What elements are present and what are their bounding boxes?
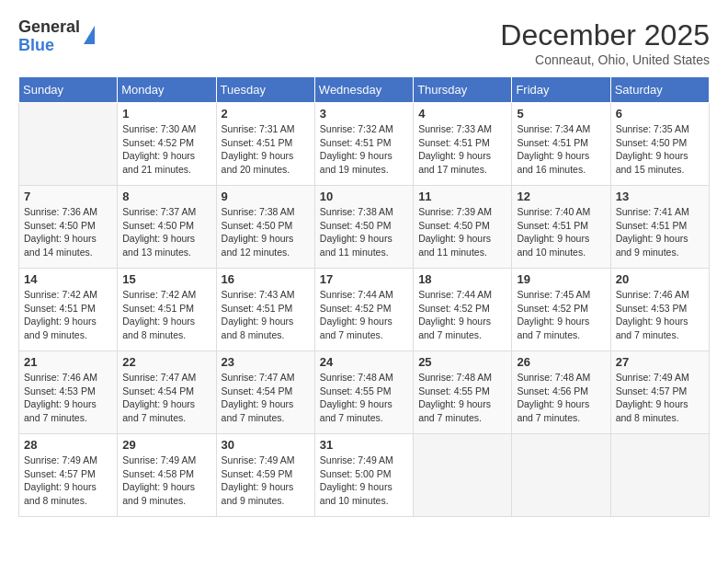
day-info: Sunrise: 7:49 AM Sunset: 4:59 PM Dayligh… xyxy=(222,454,310,508)
calendar-cell: 23Sunrise: 7:47 AM Sunset: 4:54 PM Dayli… xyxy=(216,351,314,434)
day-info: Sunrise: 7:40 AM Sunset: 4:51 PM Dayligh… xyxy=(517,205,605,259)
day-number: 2 xyxy=(222,107,310,121)
day-info: Sunrise: 7:47 AM Sunset: 4:54 PM Dayligh… xyxy=(222,371,310,425)
calendar-cell: 29Sunrise: 7:49 AM Sunset: 4:58 PM Dayli… xyxy=(118,434,216,517)
day-number: 17 xyxy=(320,272,408,286)
calendar-body: 1Sunrise: 7:30 AM Sunset: 4:52 PM Daylig… xyxy=(19,103,710,517)
calendar-cell: 31Sunrise: 7:49 AM Sunset: 5:00 PM Dayli… xyxy=(314,434,413,517)
calendar-cell: 13Sunrise: 7:41 AM Sunset: 4:51 PM Dayli… xyxy=(610,186,709,269)
calendar-cell: 28Sunrise: 7:49 AM Sunset: 4:57 PM Dayli… xyxy=(19,434,118,517)
calendar-cell: 19Sunrise: 7:45 AM Sunset: 4:52 PM Dayli… xyxy=(512,269,610,351)
day-info: Sunrise: 7:34 AM Sunset: 4:51 PM Dayligh… xyxy=(517,122,605,177)
day-info: Sunrise: 7:48 AM Sunset: 4:55 PM Dayligh… xyxy=(320,371,408,425)
calendar-header: SundayMondayTuesdayWednesdayThursdayFrid… xyxy=(19,77,710,103)
day-info: Sunrise: 7:37 AM Sunset: 4:50 PM Dayligh… xyxy=(122,205,210,259)
day-of-week-header: Wednesday xyxy=(314,77,413,103)
calendar-cell: 27Sunrise: 7:49 AM Sunset: 4:57 PM Dayli… xyxy=(610,351,709,434)
day-number: 31 xyxy=(320,438,408,452)
day-number: 5 xyxy=(517,107,605,121)
day-of-week-header: Monday xyxy=(118,77,216,103)
calendar-cell: 10Sunrise: 7:38 AM Sunset: 4:50 PM Dayli… xyxy=(314,186,413,269)
day-number: 24 xyxy=(320,355,408,369)
calendar-cell: 1Sunrise: 7:30 AM Sunset: 4:52 PM Daylig… xyxy=(118,103,216,186)
calendar-cell: 30Sunrise: 7:49 AM Sunset: 4:59 PM Dayli… xyxy=(216,434,314,517)
calendar-cell xyxy=(512,434,610,517)
calendar-week-row: 14Sunrise: 7:42 AM Sunset: 4:51 PM Dayli… xyxy=(19,269,710,351)
day-info: Sunrise: 7:41 AM Sunset: 4:51 PM Dayligh… xyxy=(616,205,704,259)
calendar-cell: 25Sunrise: 7:48 AM Sunset: 4:55 PM Dayli… xyxy=(414,351,512,434)
day-number: 28 xyxy=(24,438,112,452)
day-number: 10 xyxy=(320,190,408,203)
calendar-cell: 18Sunrise: 7:44 AM Sunset: 4:52 PM Dayli… xyxy=(414,269,512,351)
calendar-cell: 3Sunrise: 7:32 AM Sunset: 4:51 PM Daylig… xyxy=(314,103,413,186)
day-number: 12 xyxy=(517,190,605,203)
calendar-cell: 8Sunrise: 7:37 AM Sunset: 4:50 PM Daylig… xyxy=(118,186,216,269)
calendar-cell: 16Sunrise: 7:43 AM Sunset: 4:51 PM Dayli… xyxy=(216,269,314,351)
calendar-cell: 11Sunrise: 7:39 AM Sunset: 4:50 PM Dayli… xyxy=(414,186,512,269)
day-info: Sunrise: 7:46 AM Sunset: 4:53 PM Dayligh… xyxy=(24,371,112,425)
day-number: 11 xyxy=(418,190,506,203)
day-of-week-header: Friday xyxy=(512,77,610,103)
day-info: Sunrise: 7:45 AM Sunset: 4:52 PM Dayligh… xyxy=(517,288,605,342)
day-info: Sunrise: 7:38 AM Sunset: 4:50 PM Dayligh… xyxy=(320,205,408,259)
logo-blue: Blue xyxy=(18,37,80,55)
day-info: Sunrise: 7:43 AM Sunset: 4:51 PM Dayligh… xyxy=(222,288,310,342)
page-header: General Blue December 2025 Conneaut, Ohi… xyxy=(18,18,710,67)
day-number: 21 xyxy=(24,355,112,369)
day-number: 20 xyxy=(616,272,704,286)
day-info: Sunrise: 7:32 AM Sunset: 4:51 PM Dayligh… xyxy=(320,122,408,177)
calendar-cell: 15Sunrise: 7:42 AM Sunset: 4:51 PM Dayli… xyxy=(118,269,216,351)
day-number: 15 xyxy=(122,272,210,286)
day-number: 3 xyxy=(320,107,408,121)
calendar-cell: 2Sunrise: 7:31 AM Sunset: 4:51 PM Daylig… xyxy=(216,103,314,186)
day-info: Sunrise: 7:49 AM Sunset: 5:00 PM Dayligh… xyxy=(320,454,408,508)
day-number: 19 xyxy=(517,272,605,286)
calendar-cell xyxy=(19,103,118,186)
logo-triangle-icon xyxy=(84,26,95,44)
day-info: Sunrise: 7:44 AM Sunset: 4:52 PM Dayligh… xyxy=(320,288,408,342)
day-of-week-header: Thursday xyxy=(414,77,512,103)
day-number: 6 xyxy=(616,107,704,121)
calendar-week-row: 28Sunrise: 7:49 AM Sunset: 4:57 PM Dayli… xyxy=(19,434,710,517)
day-of-week-header: Sunday xyxy=(19,77,118,103)
day-info: Sunrise: 7:49 AM Sunset: 4:58 PM Dayligh… xyxy=(122,454,210,508)
logo-general: General xyxy=(18,18,80,37)
day-number: 9 xyxy=(222,190,310,203)
day-number: 16 xyxy=(222,272,310,286)
day-info: Sunrise: 7:47 AM Sunset: 4:54 PM Dayligh… xyxy=(122,371,210,425)
day-info: Sunrise: 7:31 AM Sunset: 4:51 PM Dayligh… xyxy=(222,122,310,177)
calendar-cell: 14Sunrise: 7:42 AM Sunset: 4:51 PM Dayli… xyxy=(19,269,118,351)
days-row: SundayMondayTuesdayWednesdayThursdayFrid… xyxy=(19,77,710,103)
day-info: Sunrise: 7:46 AM Sunset: 4:53 PM Dayligh… xyxy=(616,288,704,342)
day-info: Sunrise: 7:33 AM Sunset: 4:51 PM Dayligh… xyxy=(418,122,506,177)
day-number: 26 xyxy=(517,355,605,369)
calendar-cell: 24Sunrise: 7:48 AM Sunset: 4:55 PM Dayli… xyxy=(314,351,413,434)
calendar-cell: 7Sunrise: 7:36 AM Sunset: 4:50 PM Daylig… xyxy=(19,186,118,269)
calendar-cell: 21Sunrise: 7:46 AM Sunset: 4:53 PM Dayli… xyxy=(19,351,118,434)
day-number: 14 xyxy=(24,272,112,286)
calendar-cell: 5Sunrise: 7:34 AM Sunset: 4:51 PM Daylig… xyxy=(512,103,610,186)
day-number: 4 xyxy=(418,107,506,121)
day-info: Sunrise: 7:35 AM Sunset: 4:50 PM Dayligh… xyxy=(616,122,704,177)
day-number: 23 xyxy=(222,355,310,369)
day-info: Sunrise: 7:48 AM Sunset: 4:55 PM Dayligh… xyxy=(418,371,506,425)
day-info: Sunrise: 7:39 AM Sunset: 4:50 PM Dayligh… xyxy=(418,205,506,259)
calendar-cell: 26Sunrise: 7:48 AM Sunset: 4:56 PM Dayli… xyxy=(512,351,610,434)
day-info: Sunrise: 7:49 AM Sunset: 4:57 PM Dayligh… xyxy=(24,454,112,508)
day-number: 30 xyxy=(222,438,310,452)
calendar-cell: 9Sunrise: 7:38 AM Sunset: 4:50 PM Daylig… xyxy=(216,186,314,269)
calendar-week-row: 7Sunrise: 7:36 AM Sunset: 4:50 PM Daylig… xyxy=(19,186,710,269)
day-info: Sunrise: 7:38 AM Sunset: 4:50 PM Dayligh… xyxy=(222,205,310,259)
title-section: December 2025 Conneaut, Ohio, United Sta… xyxy=(500,18,710,67)
location: Conneaut, Ohio, United States xyxy=(500,52,710,67)
day-info: Sunrise: 7:30 AM Sunset: 4:52 PM Dayligh… xyxy=(122,122,210,177)
calendar-cell xyxy=(414,434,512,517)
month-title: December 2025 xyxy=(500,18,710,52)
day-info: Sunrise: 7:48 AM Sunset: 4:56 PM Dayligh… xyxy=(517,371,605,425)
day-info: Sunrise: 7:42 AM Sunset: 4:51 PM Dayligh… xyxy=(24,288,112,342)
day-number: 1 xyxy=(122,107,210,121)
calendar-cell: 6Sunrise: 7:35 AM Sunset: 4:50 PM Daylig… xyxy=(610,103,709,186)
calendar-cell: 17Sunrise: 7:44 AM Sunset: 4:52 PM Dayli… xyxy=(314,269,413,351)
day-number: 8 xyxy=(122,190,210,203)
calendar-cell xyxy=(610,434,709,517)
